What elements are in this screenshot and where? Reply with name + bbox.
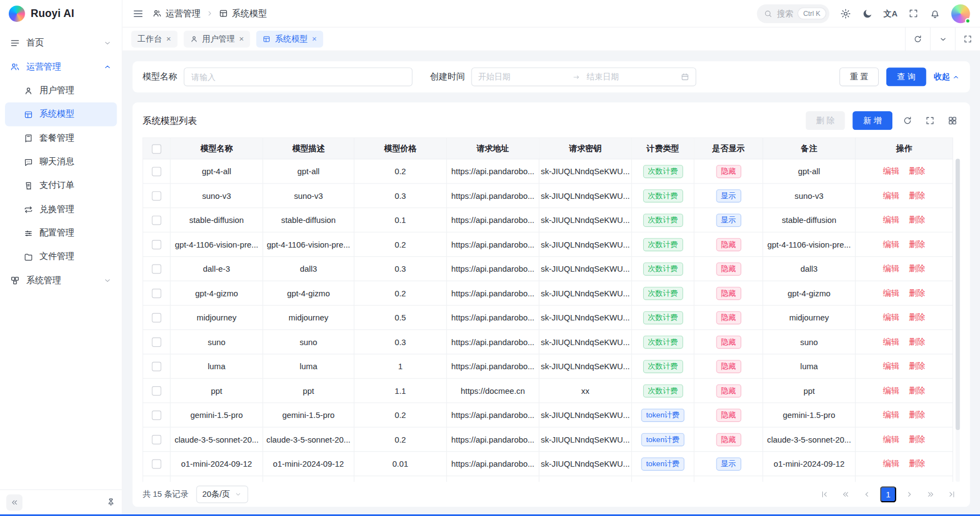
sidebar-item-redemption[interactable]: 兑换管理	[5, 198, 117, 221]
edit-link[interactable]: 编辑	[883, 239, 899, 249]
delete-link[interactable]: 删除	[909, 239, 925, 249]
sidebar-item-files[interactable]: 文件管理	[5, 245, 117, 268]
edit-link[interactable]: 编辑	[883, 191, 899, 200]
cell-billing-type: token计费	[632, 403, 694, 427]
delete-link[interactable]: 删除	[909, 434, 925, 444]
vertical-scrollbar[interactable]	[956, 159, 960, 482]
prev-page-button[interactable]	[859, 486, 875, 503]
refresh-page-icon-button[interactable]	[905, 27, 930, 50]
first-page-button[interactable]	[816, 486, 833, 503]
delete-link[interactable]: 删除	[909, 337, 925, 346]
row-checkbox[interactable]	[152, 435, 161, 444]
sidebar-item-payment-orders[interactable]: 支付订单	[5, 174, 117, 197]
edit-link[interactable]: 编辑	[883, 386, 899, 395]
row-checkbox[interactable]	[152, 411, 161, 420]
add-button[interactable]: 新 增	[853, 111, 893, 130]
topbar: 运营管理 系统模型 搜索 Ctrl K	[123, 0, 980, 27]
select-all-checkbox[interactable]	[152, 144, 161, 153]
edit-link[interactable]: 编辑	[883, 458, 899, 468]
next-page-button[interactable]	[901, 486, 918, 503]
global-search[interactable]: 搜索 Ctrl K	[757, 4, 829, 22]
row-checkbox[interactable]	[152, 386, 161, 395]
close-icon[interactable]: ×	[312, 35, 317, 43]
sidebar-item-home[interactable]: 首页	[5, 31, 117, 55]
row-checkbox[interactable]	[152, 216, 161, 225]
delete-link[interactable]: 删除	[909, 215, 925, 224]
row-checkbox[interactable]	[152, 167, 161, 176]
cell-model-price: 0.3	[354, 184, 446, 208]
dark-mode-icon-button[interactable]	[862, 8, 873, 19]
scrollbar-thumb[interactable]	[956, 159, 960, 430]
cell-billing-type: 次数计费	[632, 184, 694, 208]
sidebar-item-operations[interactable]: 运营管理	[5, 55, 117, 78]
notifications-icon-button[interactable]	[930, 8, 941, 19]
user-avatar[interactable]	[952, 4, 970, 22]
edit-link[interactable]: 编辑	[883, 410, 899, 419]
delete-link[interactable]: 删除	[909, 166, 925, 175]
row-checkbox[interactable]	[152, 289, 161, 298]
fullscreen-icon-button[interactable]	[908, 8, 919, 19]
sidebar-item-chat-messages[interactable]: 聊天消息	[5, 150, 117, 174]
sidebar-item-system[interactable]: 系统管理	[5, 269, 117, 293]
edit-link[interactable]: 编辑	[883, 166, 899, 175]
edit-link[interactable]: 编辑	[883, 215, 899, 224]
search-button[interactable]: 查 询	[886, 67, 926, 86]
table-fullscreen-icon-button[interactable]	[922, 116, 937, 125]
sidebar-item-config[interactable]: 配置管理	[5, 221, 117, 245]
create-time-range-picker[interactable]: 开始日期 结束日期	[471, 67, 696, 86]
sidebar-item-packages[interactable]: 套餐管理	[5, 126, 117, 150]
row-checkbox[interactable]	[152, 337, 161, 347]
delete-link[interactable]: 删除	[909, 263, 925, 273]
delete-button[interactable]: 删 除	[805, 111, 845, 130]
content-fullscreen-icon-button[interactable]	[955, 27, 980, 50]
current-page-button[interactable]: 1	[880, 486, 896, 503]
close-icon[interactable]: ×	[239, 35, 244, 43]
sidebar-menu: 首页 运营管理 用户管理 系统模型 套餐管理	[0, 27, 122, 489]
edit-link[interactable]: 编辑	[883, 312, 899, 322]
language-icon-button[interactable]: 文A	[884, 8, 898, 19]
search-shortcut: Ctrl K	[798, 8, 826, 20]
delete-link[interactable]: 删除	[909, 191, 925, 200]
delete-link[interactable]: 删除	[909, 386, 925, 395]
sidebar-toggle-button[interactable]	[133, 8, 144, 19]
collapse-filter-button[interactable]: 收起	[934, 71, 960, 83]
edit-link[interactable]: 编辑	[883, 337, 899, 346]
row-checkbox[interactable]	[152, 265, 161, 274]
edit-link[interactable]: 编辑	[883, 288, 899, 297]
delete-link[interactable]: 删除	[909, 361, 925, 370]
breadcrumb-item-operations[interactable]: 运营管理	[152, 8, 200, 19]
last-page-button[interactable]	[944, 486, 960, 503]
delete-link[interactable]: 删除	[909, 312, 925, 322]
sidebar-item-models[interactable]: 系统模型	[5, 102, 117, 126]
row-checkbox[interactable]	[152, 313, 161, 323]
delete-link[interactable]: 删除	[909, 410, 925, 419]
row-checkbox[interactable]	[152, 191, 161, 200]
sidebar-item-label: 套餐管理	[39, 133, 74, 144]
row-checkbox[interactable]	[152, 240, 161, 249]
tab-system-models[interactable]: 系统模型 ×	[256, 31, 323, 48]
delete-link[interactable]: 删除	[909, 288, 925, 297]
forward-pages-button[interactable]	[922, 486, 939, 503]
tab-user-management[interactable]: 用户管理 ×	[184, 31, 250, 48]
close-icon[interactable]: ×	[166, 35, 171, 43]
row-checkbox[interactable]	[152, 362, 161, 371]
edit-link[interactable]: 编辑	[883, 434, 899, 444]
edit-link[interactable]: 编辑	[883, 361, 899, 370]
sidebar-collapse-button[interactable]	[6, 494, 22, 511]
column-settings-icon-button[interactable]	[945, 116, 960, 125]
tab-workbench[interactable]: 工作台 ×	[131, 31, 177, 48]
sidebar-item-users[interactable]: 用户管理	[5, 79, 117, 102]
back-pages-button[interactable]	[838, 486, 854, 503]
row-checkbox[interactable]	[152, 460, 161, 469]
settings-icon-button[interactable]	[840, 8, 851, 19]
refresh-table-icon-button[interactable]	[900, 116, 915, 125]
edit-link[interactable]: 编辑	[883, 263, 899, 273]
page-size-select[interactable]: 20条/页	[196, 486, 248, 503]
reset-button[interactable]: 重 置	[839, 67, 879, 86]
cell-visibility: 隐藏	[694, 159, 763, 183]
tab-menu-chevron-button[interactable]	[930, 27, 955, 50]
pin-icon-button[interactable]	[106, 497, 116, 507]
breadcrumb-item-models[interactable]: 系统模型	[219, 8, 267, 19]
delete-link[interactable]: 删除	[909, 458, 925, 468]
model-name-input[interactable]	[184, 67, 412, 86]
